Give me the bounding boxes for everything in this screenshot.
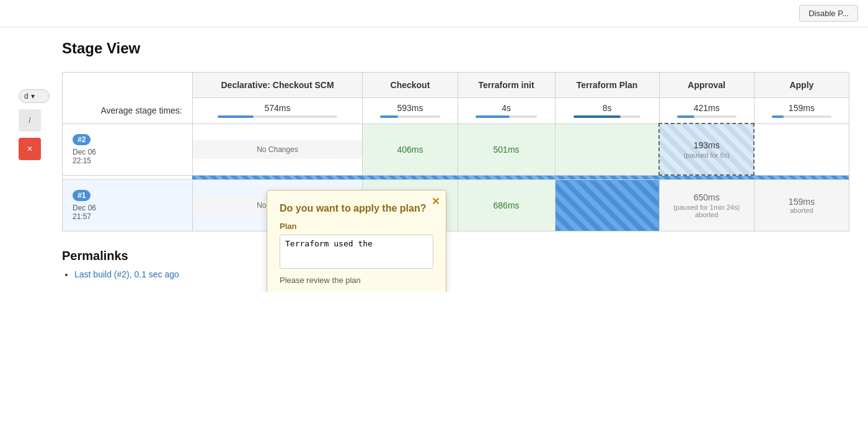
avg-checkout: 593ms [363, 98, 458, 124]
progress-fill-4 [677, 115, 695, 118]
build-2-label: #2 Dec 06 22:15 [63, 123, 193, 175]
avg-time-1: 593ms [373, 103, 447, 113]
avg-row: Average stage times: 574ms 593ms [63, 98, 849, 124]
avg-time-0: 574ms [203, 103, 353, 113]
avg-time-4: 421ms [670, 103, 744, 113]
progress-bar-5 [772, 115, 831, 118]
disable-button[interactable]: Disable P... [799, 5, 858, 22]
avg-approval: 421ms [659, 98, 754, 124]
progress-bar-3 [574, 115, 640, 118]
stage-table: Declarative: Checkout SCM Checkout Terra… [62, 72, 849, 231]
build-2-time: 22:15 [73, 156, 91, 165]
nav-pill[interactable]: d ▾ [19, 89, 50, 103]
divider-stripe [192, 175, 849, 180]
build-2-terraform-plan [555, 123, 659, 175]
avg-declarative: 574ms [192, 98, 363, 124]
progress-fill-5 [772, 115, 784, 118]
build-2-approval[interactable]: 193ms (paused for 8s) [659, 123, 754, 175]
avg-terraform-plan: 8s [555, 98, 659, 124]
last-build-link[interactable]: Last build (#2), 0.1 sec ago [74, 269, 179, 279]
avg-time-2: 4s [468, 103, 545, 113]
avg-apply: 159ms [754, 98, 849, 124]
dialog-plan-label: Plan [280, 222, 433, 231]
slash-icon[interactable]: / [19, 109, 41, 132]
build-1-apply-time: 159ms [755, 197, 849, 207]
chevron-down-icon: ▾ [31, 92, 35, 101]
progress-bar-0 [218, 115, 337, 118]
dialog-overlay: ✕ Do you want to apply the plan? Plan Te… [267, 190, 446, 292]
build-1-label: #1 Dec 06 21:57 [63, 180, 193, 231]
build-2-date: Dec 06 [73, 148, 96, 156]
avg-terraform-init: 4s [458, 98, 555, 124]
build-2-cell1[interactable]: 406ms [363, 123, 458, 175]
page-title: Stage View [62, 40, 849, 57]
main-content: d ▾ / ✕ Stage View Declarative: Checkout… [0, 27, 868, 292]
header-row: Declarative: Checkout SCM Checkout Terra… [63, 73, 849, 98]
build-1-approval: 650ms (paused for 1min 24s) aborted [659, 180, 754, 231]
divider-label [63, 175, 193, 180]
build-1-badge[interactable]: #1 [73, 190, 91, 201]
progress-bar-2 [476, 115, 537, 118]
build-2-approval-sub: (paused for 8s) [660, 151, 753, 159]
col-apply: Apply [754, 73, 849, 98]
build-1-apply-aborted: aborted [755, 207, 849, 214]
build-1-row: #1 Dec 06 21:57 No Changes 742ms 686ms [63, 180, 849, 231]
stage-table-wrapper: Declarative: Checkout SCM Checkout Terra… [62, 72, 849, 231]
col-declarative-checkout: Declarative: Checkout SCM [192, 73, 363, 98]
build-2-apply [754, 123, 849, 175]
nav-label: d [24, 92, 29, 101]
col-checkout: Checkout [363, 73, 458, 98]
dialog-review-text: Please review the plan [280, 276, 433, 285]
build-1-time: 21:57 [73, 212, 91, 221]
col-terraform-plan: Terraform Plan [555, 73, 659, 98]
dialog-title: Do you want to apply the plan? [280, 203, 433, 214]
permalinks-list: Last build (#2), 0.1 sec ago [62, 269, 849, 279]
avg-label: Average stage times: [63, 98, 193, 124]
striped-divider-row [63, 175, 849, 180]
progress-fill-1 [380, 115, 398, 118]
progress-fill-0 [218, 115, 254, 118]
build-1-approval-aborted: aborted [660, 211, 754, 218]
no-changes-badge-1: No Changes [193, 140, 363, 159]
build-2-row: #2 Dec 06 22:15 No Changes 406ms 501ms [63, 123, 849, 175]
build-2-no-changes-1: No Changes [192, 123, 363, 175]
build-2-cell2[interactable]: 501ms [458, 123, 555, 175]
avg-time-5: 159ms [764, 103, 839, 113]
build-1-date: Dec 06 [73, 204, 96, 212]
left-sidebar: d ▾ / ✕ [19, 40, 50, 279]
progress-bar-4 [677, 115, 737, 118]
dialog-close-icon[interactable]: ✕ [432, 195, 440, 207]
col-approval: Approval [659, 73, 754, 98]
build-1-approval-time: 650ms [660, 192, 754, 202]
dialog-box: ✕ Do you want to apply the plan? Plan Te… [267, 190, 446, 292]
top-bar: Disable P... [0, 0, 868, 27]
avg-time-3: 8s [565, 103, 649, 113]
progress-fill-2 [476, 115, 510, 118]
col-terraform-init: Terraform init [458, 73, 555, 98]
build-1-cell2[interactable]: 686ms [458, 180, 555, 231]
stripe-bg [192, 176, 849, 179]
build-1-terraform-plan [555, 180, 659, 231]
permalinks-section: Permalinks Last build (#2), 0.1 sec ago [62, 249, 849, 279]
right-content: Stage View Declarative: Checkout SCM Che… [62, 40, 849, 279]
permalinks-title: Permalinks [62, 249, 849, 263]
build-1-approval-sub: (paused for 1min 24s) [660, 204, 754, 211]
progress-fill-3 [574, 115, 621, 118]
build-2-approval-time: 193ms [660, 140, 753, 150]
progress-bar-1 [380, 115, 440, 118]
list-item: Last build (#2), 0.1 sec ago [74, 269, 849, 279]
build-1-apply: 159ms aborted [754, 180, 849, 231]
red-icon[interactable]: ✕ [19, 138, 41, 160]
dialog-plan-textarea[interactable]: Terraform used the [280, 235, 433, 269]
build-2-badge[interactable]: #2 [73, 134, 91, 145]
